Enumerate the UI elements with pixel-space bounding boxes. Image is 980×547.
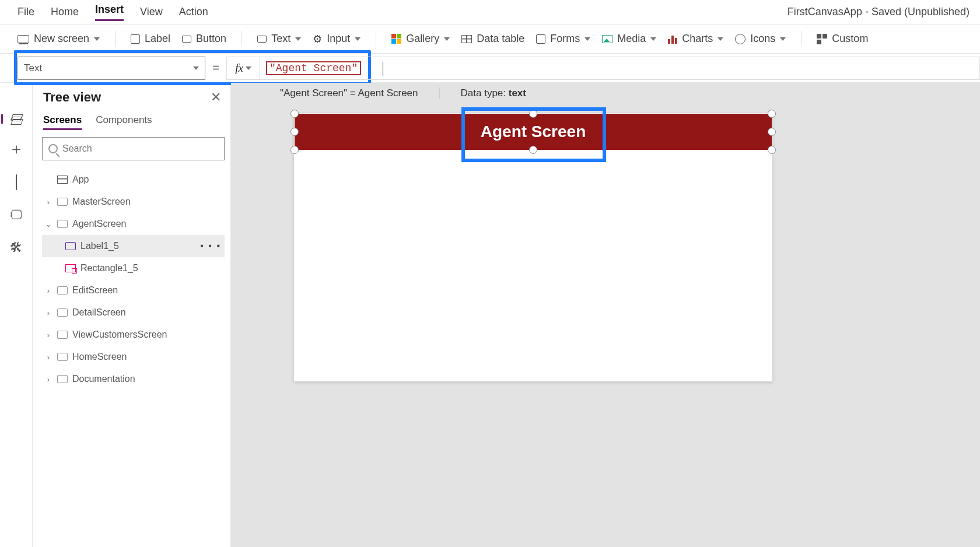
formula-input[interactable]: "Agent Screen" bbox=[260, 57, 980, 80]
tree-node-agent[interactable]: ⌄ AgentScreen bbox=[42, 213, 225, 235]
menu-insert[interactable]: Insert bbox=[95, 3, 124, 21]
data-icon[interactable] bbox=[16, 175, 17, 190]
chevron-down-icon[interactable]: ⌄ bbox=[44, 220, 52, 229]
new-screen-button[interactable]: New screen bbox=[18, 33, 100, 45]
insert-icon[interactable]: ＋ bbox=[9, 141, 24, 157]
ribbon-label: Label bbox=[145, 33, 170, 45]
chevron-down-icon bbox=[718, 37, 723, 41]
menu-action[interactable]: Action bbox=[179, 6, 208, 18]
formula-bar: Text = fx "Agent Screen" bbox=[0, 54, 980, 83]
menubar: File Home Insert View Action FirstCanvas… bbox=[0, 0, 980, 24]
resize-handle[interactable] bbox=[768, 128, 776, 136]
media-dropdown[interactable]: Media bbox=[602, 33, 656, 45]
chevron-down-icon bbox=[295, 37, 301, 41]
rectangle-icon bbox=[65, 264, 76, 272]
forms-icon bbox=[536, 34, 545, 44]
text-dropdown[interactable]: Text bbox=[257, 33, 301, 45]
tree-node-app[interactable]: App bbox=[42, 169, 225, 191]
data-table-button[interactable]: Data table bbox=[461, 33, 524, 45]
menu-file[interactable]: File bbox=[18, 6, 34, 18]
chevron-right-icon[interactable]: › bbox=[44, 308, 52, 317]
charts-dropdown[interactable]: Charts bbox=[668, 33, 723, 45]
media-rail-icon[interactable]: 🖵 bbox=[10, 208, 23, 223]
data-type-value: text bbox=[509, 87, 526, 99]
input-icon: ⚙ bbox=[313, 33, 322, 45]
text-cursor bbox=[383, 62, 383, 76]
canvas-area[interactable]: "Agent Screen" = Agent Screen Data type:… bbox=[231, 83, 980, 547]
text-icon bbox=[257, 36, 267, 43]
button-button[interactable]: Button bbox=[182, 33, 226, 45]
screen-icon bbox=[57, 198, 68, 206]
canvas-screen[interactable]: Agent Screen bbox=[294, 113, 772, 381]
property-name: Text bbox=[24, 62, 42, 74]
label-text: Agent Screen bbox=[481, 122, 586, 141]
ribbon-label: Media bbox=[617, 33, 646, 45]
node-label: AgentScreen bbox=[72, 219, 127, 229]
tree-node-edit[interactable]: › EditScreen bbox=[42, 279, 225, 301]
menu-home[interactable]: Home bbox=[51, 6, 79, 18]
screen-icon bbox=[18, 35, 29, 43]
ribbon-label: New screen bbox=[34, 33, 89, 45]
app-title: FirstCanvasApp - Saved (Unpublished) bbox=[788, 6, 970, 18]
data-type-label: Data type: bbox=[461, 87, 509, 99]
gallery-icon bbox=[391, 34, 401, 44]
tree-node-detail[interactable]: › DetailScreen bbox=[42, 301, 225, 324]
label-button[interactable]: Label bbox=[131, 33, 170, 45]
fx-button[interactable]: fx bbox=[226, 57, 260, 80]
chevron-right-icon[interactable]: › bbox=[44, 375, 52, 384]
tab-screens[interactable]: Screens bbox=[43, 114, 82, 130]
tree-search[interactable]: Search bbox=[42, 137, 225, 160]
tree-view-icon[interactable] bbox=[1, 114, 23, 124]
more-icon[interactable]: • • • bbox=[200, 241, 221, 251]
chevron-right-icon[interactable]: › bbox=[44, 286, 52, 295]
tree-node-viewcustomers[interactable]: › ViewCustomersScreen bbox=[42, 324, 225, 346]
property-selector[interactable]: Text bbox=[18, 57, 205, 80]
plus-grid-icon bbox=[817, 34, 827, 44]
equals-sign: = bbox=[205, 61, 226, 75]
ribbon-label: Text bbox=[271, 33, 290, 45]
ribbon-label: Icons bbox=[750, 33, 775, 45]
advanced-tools-icon[interactable]: 🛠 bbox=[10, 240, 23, 255]
node-label: MasterScreen bbox=[72, 197, 131, 207]
forms-dropdown[interactable]: Forms bbox=[536, 33, 590, 45]
tree-node-master[interactable]: › MasterScreen bbox=[42, 191, 225, 213]
formula-evaluation: "Agent Screen" = Agent Screen bbox=[280, 87, 440, 99]
fx-icon: fx bbox=[235, 62, 243, 75]
tree-node-home[interactable]: › HomeScreen bbox=[42, 346, 225, 368]
node-label: DetailScreen bbox=[72, 307, 126, 318]
chevron-down-icon bbox=[246, 66, 251, 70]
icons-dropdown[interactable]: Icons bbox=[735, 33, 786, 45]
resize-handle[interactable] bbox=[768, 146, 776, 154]
resize-handle[interactable] bbox=[768, 110, 776, 118]
chevron-down-icon bbox=[584, 37, 590, 41]
ribbon-label: Gallery bbox=[406, 33, 439, 45]
node-label: Documentation bbox=[72, 374, 135, 384]
chevron-right-icon[interactable]: › bbox=[44, 331, 52, 339]
custom-dropdown[interactable]: Custom bbox=[817, 33, 868, 45]
tree-view-panel: Tree view ✕ Screens Components Search Ap… bbox=[33, 83, 231, 547]
chevron-right-icon[interactable]: › bbox=[44, 353, 52, 362]
screen-icon bbox=[57, 220, 68, 228]
resize-handle[interactable] bbox=[290, 146, 299, 154]
screen-icon bbox=[57, 331, 68, 339]
ribbon-label: Custom bbox=[832, 33, 868, 45]
gallery-dropdown[interactable]: Gallery bbox=[391, 33, 450, 45]
close-icon[interactable]: ✕ bbox=[211, 90, 221, 105]
tree-node-rectangle1-5[interactable]: Rectangle1_5 bbox=[42, 257, 225, 279]
chevron-down-icon bbox=[780, 37, 786, 41]
menu-view[interactable]: View bbox=[140, 6, 163, 18]
label-control[interactable]: Agent Screen bbox=[463, 108, 603, 155]
tree-tabs: Screens Components bbox=[43, 114, 225, 130]
chevron-right-icon[interactable]: › bbox=[44, 198, 52, 206]
chevron-down-icon bbox=[355, 37, 360, 41]
tab-components[interactable]: Components bbox=[96, 114, 152, 130]
media-icon bbox=[602, 35, 612, 43]
tree-node-label1-5[interactable]: Label1_5 • • • bbox=[42, 235, 225, 257]
node-label: EditScreen bbox=[72, 285, 118, 296]
input-dropdown[interactable]: ⚙ Input bbox=[313, 33, 360, 45]
tree-node-documentation[interactable]: › Documentation bbox=[42, 368, 225, 390]
resize-handle[interactable] bbox=[290, 128, 299, 136]
ribbon-label: Data table bbox=[477, 33, 524, 45]
resize-handle[interactable] bbox=[290, 110, 299, 118]
search-placeholder: Search bbox=[62, 143, 92, 154]
